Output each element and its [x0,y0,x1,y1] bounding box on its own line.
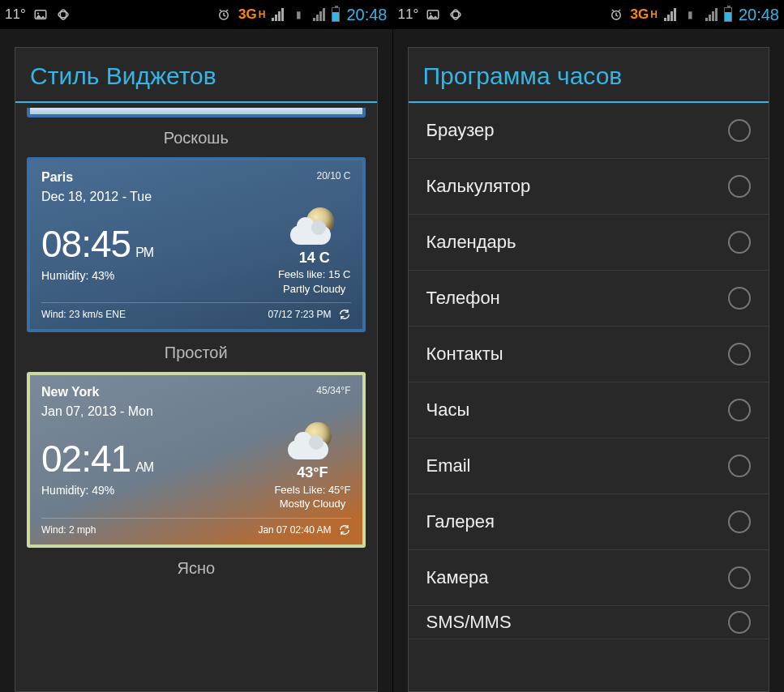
right-phone: 11° 3G H ▮ 20:48 Программа часов [392,0,785,692]
style-caption-luxury: Роскошь [15,117,377,157]
signal-2-icon [705,8,718,21]
widget-wind: Wind: 23 km/s ENE [41,309,126,320]
radio-icon [728,611,751,634]
network-type: 3G [238,6,257,23]
battery-icon [332,7,340,22]
svg-point-1 [37,12,39,14]
status-bar: 11° 3G H ▮ 20:48 [393,0,785,29]
status-temp: 11° [398,6,419,23]
widget-condition: Mostly Cloudy [274,497,350,511]
app-item-phone[interactable]: Телефон [409,271,769,327]
radio-icon [728,399,751,421]
widget-city: Paris [41,170,73,185]
signal-2-icon [313,8,325,21]
style-caption-clear: Ясно [15,548,377,587]
app-item-label: Часы [426,399,470,421]
widget-city: New York [41,385,99,399]
widget-temp-range: 45/34°F [316,385,350,399]
app-item-contacts[interactable]: Контакты [409,327,769,382]
widget-style-prev-peek[interactable] [27,108,366,117]
status-clock: 20:48 [346,6,387,24]
app-item-label: Контакты [426,344,503,365]
dialog-title: Стиль Виджетов [15,48,377,101]
radio-icon [728,287,751,310]
app-item-label: Браузер [426,120,495,141]
signal-1-icon [272,8,284,21]
dialog-title: Программа часов [409,48,769,101]
sim-icon: ▮ [290,6,306,23]
widget-temp-range: 20/10 C [316,170,350,185]
widget-date: Dec 18, 2012 - Tue [41,190,351,204]
widget-feels: Feels like: 15 C [278,267,351,282]
clock-app-dialog: Программа часов Браузер Калькулятор Кале… [408,47,770,692]
status-clock: 20:48 [739,6,779,24]
style-caption-simple: Простой [15,332,377,372]
radio-icon [728,343,751,365]
widget-condition: Partly Cloudy [278,282,351,297]
alarm-icon [216,6,232,23]
widget-updated: Jan 07 02:40 AM [258,524,331,536]
svg-point-6 [430,12,431,14]
app-item-label: Галерея [426,511,495,532]
widget-temp: 14 C [278,248,351,267]
weather-icon [290,207,339,245]
widget-style-dialog: Стиль Виджетов Роскошь Paris 20/10 C Dec… [15,47,378,692]
status-temp: 11° [5,6,26,23]
radio-icon [728,231,751,254]
widget-time-value: 02:41 [41,437,131,481]
app-item-sms[interactable]: SMS/MMS [409,606,769,639]
app-item-label: Калькулятор [426,176,531,197]
widget-ampm: PM [135,246,153,260]
app-item-label: Календарь [426,232,516,253]
app-item-email[interactable]: Email [409,438,769,494]
widget-feels: Feels Like: 45°F [274,483,350,498]
status-bar: 11° 3G H ▮ 20:48 [0,0,392,29]
weather-icon [288,422,336,459]
sync-icon [448,6,464,23]
radio-icon [728,119,751,142]
radio-icon [728,566,751,589]
app-item-label: Телефон [426,288,500,309]
widget-updated: 07/12 7:23 PM [268,309,331,320]
image-icon [32,6,49,23]
network-h: H [259,9,266,20]
widget-time: 08:45 PM [41,222,153,266]
network-type: 3G [631,6,649,23]
widget-humidity: Humidity: 49% [41,484,153,497]
app-item-gallery[interactable]: Галерея [409,494,769,550]
signal-1-icon [664,8,676,21]
app-item-label: SMS/MMS [426,612,512,633]
widget-time: 02:41 AM [41,437,153,481]
alarm-icon [608,6,624,23]
radio-icon [728,175,751,198]
image-icon [425,6,441,23]
app-item-calculator[interactable]: Калькулятор [409,159,769,215]
radio-icon [728,455,751,477]
app-list: Браузер Калькулятор Календарь Телефон [409,103,769,639]
app-item-browser[interactable]: Браузер [409,103,769,159]
app-item-label: Камера [426,567,489,588]
widget-style-luxury[interactable]: Paris 20/10 C Dec 18, 2012 - Tue 08:45 P… [27,157,366,332]
widget-date: Jan 07, 2013 - Mon [41,404,351,419]
battery-icon [724,7,732,22]
widget-humidity: Humidity: 43% [41,269,153,282]
widget-ampm: AM [135,460,153,475]
sim-icon: ▮ [683,6,699,23]
refresh-icon[interactable] [338,308,351,321]
app-item-camera[interactable]: Камера [409,550,769,606]
widget-time-value: 08:45 [41,222,131,266]
app-item-label: Email [426,455,471,476]
radio-icon [728,510,751,533]
app-item-clock[interactable]: Часы [409,382,769,438]
app-item-calendar[interactable]: Календарь [409,215,769,271]
network-h: H [650,9,658,20]
widget-wind: Wind: 2 mph [41,524,96,536]
widget-temp: 43°F [274,463,350,482]
widget-style-simple[interactable]: New York 45/34°F Jan 07, 2013 - Mon 02:4… [27,372,366,547]
left-phone: 11° 3G H ▮ 20:48 Стиль Виджетов [0,0,392,692]
refresh-icon[interactable] [338,523,351,536]
sync-icon [55,6,71,23]
